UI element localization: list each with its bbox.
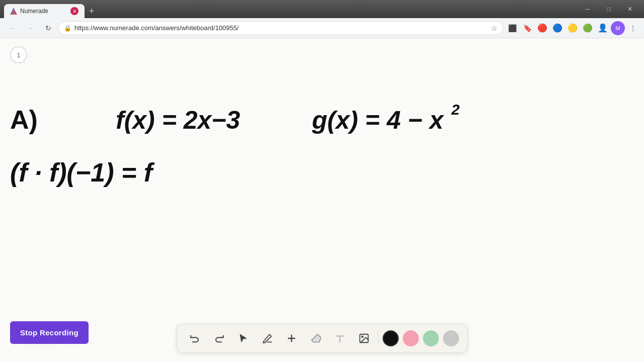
menu-button[interactable]: ⋮ xyxy=(626,21,640,35)
redo-button[interactable] xyxy=(209,328,229,348)
toolbar-divider xyxy=(378,331,379,345)
svg-point-5 xyxy=(362,336,363,337)
bookmark-icon[interactable]: 🔖 xyxy=(520,21,534,35)
browser-chrome: Numerade ✕ + ─ □ ✕ ← → ↻ 🔒 https://www.n… xyxy=(0,0,644,38)
page-indicator: 1 xyxy=(10,46,27,63)
eraser-icon xyxy=(310,333,321,344)
active-tab[interactable]: Numerade ✕ xyxy=(4,4,85,18)
reload-button[interactable]: ↻ xyxy=(40,20,56,36)
tab-favicon xyxy=(10,8,17,15)
a-label: A) xyxy=(10,105,38,134)
title-bar: Numerade ✕ + ─ □ ✕ xyxy=(0,0,644,18)
gx-equation: g(x) = 4 − x xyxy=(311,106,444,134)
tab-title: Numerade xyxy=(20,8,67,15)
select-tool-button[interactable] xyxy=(233,328,254,348)
eraser-button[interactable] xyxy=(306,328,326,348)
browser-ext-4[interactable]: 🟢 xyxy=(581,21,595,35)
math-content-svg: A) f(x) = 2x−3 g(x) = 4 − x 2 (f · f)(−1… xyxy=(0,63,644,315)
image-icon xyxy=(359,333,370,344)
minimize-button[interactable]: ─ xyxy=(578,2,598,16)
pen-icon xyxy=(262,333,273,344)
toolbar-right: ⬛ 🔖 🔴 🔵 🟡 🟢 👤 M ⋮ xyxy=(505,21,640,35)
maximize-button[interactable]: □ xyxy=(599,2,619,16)
whiteboard-area: 1 A) f(x) = 2x−3 g(x) = 4 − x 2 (f · f)(… xyxy=(0,38,644,362)
browser-ext-2[interactable]: 🔵 xyxy=(550,21,565,35)
tab-close-button[interactable]: ✕ xyxy=(70,7,78,15)
address-bar[interactable]: 🔒 https://www.numerade.com/answers/white… xyxy=(58,21,503,35)
new-tab-button[interactable]: + xyxy=(85,4,99,18)
color-black[interactable] xyxy=(383,330,399,346)
ff-expression: (f · f)(−1) = f xyxy=(10,158,155,187)
browser-ext-5[interactable]: 👤 xyxy=(596,21,610,35)
plus-icon xyxy=(286,333,297,344)
gx-exponent: 2 xyxy=(451,101,460,118)
window-controls: ─ □ ✕ xyxy=(578,2,640,16)
browser-ext-1[interactable]: 🔴 xyxy=(535,21,549,35)
pen-tool-button[interactable] xyxy=(258,328,278,348)
add-button[interactable] xyxy=(282,328,302,348)
stop-recording-button[interactable]: Stop Recording xyxy=(10,321,89,344)
star-icon[interactable]: ☆ xyxy=(491,24,498,32)
drawing-toolbar xyxy=(177,324,468,353)
undo-icon xyxy=(190,333,201,344)
color-green[interactable] xyxy=(423,330,439,346)
navigation-toolbar: ← → ↻ 🔒 https://www.numerade.com/answers… xyxy=(0,18,644,38)
color-gray[interactable] xyxy=(443,330,459,346)
tab-strip: Numerade ✕ + xyxy=(4,0,99,18)
forward-button[interactable]: → xyxy=(22,20,38,36)
redo-icon xyxy=(214,333,225,344)
close-button[interactable]: ✕ xyxy=(620,2,640,16)
browser-ext-3[interactable]: 🟡 xyxy=(566,21,580,35)
security-icon: 🔒 xyxy=(64,25,71,32)
profile-button[interactable]: M xyxy=(611,21,625,35)
text-tool-button[interactable] xyxy=(330,328,350,348)
undo-button[interactable] xyxy=(185,328,205,348)
text-icon xyxy=(335,333,346,344)
url-text: https://www.numerade.com/answers/whitebo… xyxy=(74,24,488,32)
fx-equation: f(x) = 2x−3 xyxy=(116,106,240,134)
cursor-icon xyxy=(238,333,249,344)
back-button[interactable]: ← xyxy=(4,20,20,36)
color-pink[interactable] xyxy=(403,330,419,346)
extensions-icon[interactable]: ⬛ xyxy=(505,21,519,35)
image-button[interactable] xyxy=(354,328,374,348)
